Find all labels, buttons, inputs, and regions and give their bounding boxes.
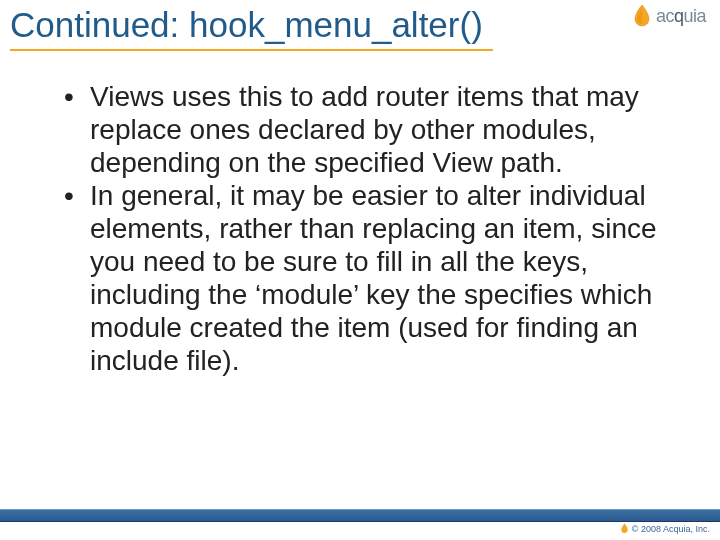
droplet-icon — [632, 4, 652, 28]
footer-bar — [0, 509, 720, 522]
brand-name: acquia — [656, 6, 706, 27]
list-item: Views uses this to add router items that… — [50, 80, 660, 179]
droplet-icon — [620, 520, 629, 538]
bullet-list: Views uses this to add router items that… — [50, 80, 660, 377]
footer-brand: © 2008 Acquia, Inc. — [620, 520, 710, 538]
copyright-text: © 2008 Acquia, Inc. — [632, 524, 710, 534]
slide: Continued: hook_menu_alter() acquia View… — [0, 0, 720, 540]
slide-title: Continued: hook_menu_alter() — [10, 6, 493, 51]
brand-logo: acquia — [632, 4, 706, 28]
slide-content: Views uses this to add router items that… — [50, 80, 660, 377]
list-item: In general, it may be easier to alter in… — [50, 179, 660, 377]
